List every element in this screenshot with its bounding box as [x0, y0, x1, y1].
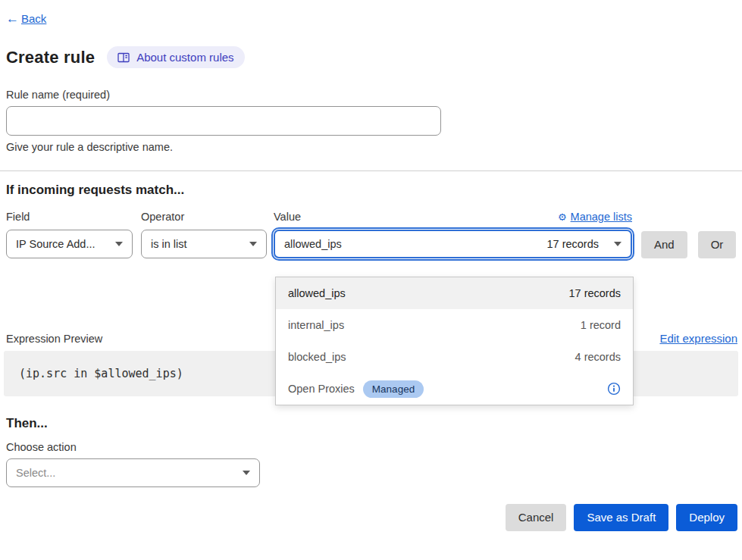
then-section-heading: Then... [6, 416, 737, 431]
field-select-value: IP Source Add... [16, 238, 95, 250]
expression-code: (ip.src in $allowed_ips) [19, 367, 183, 380]
list-item-name: internal_ips [288, 319, 344, 331]
value-column: Value ⚙ Manage lists allowed_ips 17 reco… [274, 211, 632, 258]
info-icon[interactable] [607, 382, 621, 396]
operator-select[interactable]: is in list [141, 230, 267, 258]
chevron-down-icon [614, 242, 621, 246]
back-arrow-icon: ← [6, 12, 19, 25]
back-link[interactable]: ←Back [6, 12, 46, 25]
match-section-heading: If incoming requests match... [6, 183, 737, 198]
list-item-records: 17 records [568, 287, 621, 299]
list-item-open-proxies[interactable]: Open Proxies Managed [276, 373, 633, 405]
section-divider [0, 171, 742, 171]
list-item-records: 4 records [575, 351, 621, 363]
value-label: Value [274, 211, 301, 223]
rule-name-input[interactable] [6, 106, 441, 136]
value-select-records: 17 records [546, 238, 599, 250]
operator-label: Operator [141, 211, 267, 223]
choose-action-label: Choose action [6, 441, 737, 453]
manage-lists-label: Manage lists [571, 211, 632, 223]
field-select[interactable]: IP Source Add... [6, 230, 133, 258]
book-icon [117, 52, 130, 63]
or-button[interactable]: Or [698, 231, 737, 258]
footer-actions: Cancel Save as Draft Deploy [6, 504, 737, 531]
managed-badge: Managed [363, 380, 424, 398]
about-custom-rules-label: About custom rules [136, 51, 233, 64]
save-as-draft-button[interactable]: Save as Draft [574, 504, 668, 531]
list-item-name: blocked_ips [288, 351, 346, 363]
lists-dropdown-panel: allowed_ips 17 records internal_ips 1 re… [275, 277, 634, 405]
condition-row: Field IP Source Add... Operator is in li… [6, 211, 737, 258]
create-rule-page: ←Back Create rule About custom rules Rul… [0, 0, 742, 531]
rule-name-label: Rule name (required) [6, 89, 737, 101]
chevron-down-icon [243, 471, 250, 475]
action-select[interactable]: Select... [6, 458, 260, 487]
field-column: Field IP Source Add... [6, 211, 133, 258]
field-label: Field [6, 211, 133, 223]
value-label-row: Value ⚙ Manage lists [274, 211, 632, 223]
list-item-name: Open Proxies [288, 383, 355, 395]
gear-icon: ⚙ [558, 211, 567, 223]
list-item-left: Open Proxies Managed [288, 380, 424, 398]
about-custom-rules-link[interactable]: About custom rules [107, 46, 244, 68]
page-title: Create rule [6, 48, 95, 67]
list-item-records: 1 record [581, 319, 621, 331]
list-item-allowed-ips[interactable]: allowed_ips 17 records [276, 277, 633, 309]
value-select[interactable]: allowed_ips 17 records [274, 230, 632, 258]
edit-expression-link[interactable]: Edit expression [659, 332, 737, 345]
deploy-button[interactable]: Deploy [676, 504, 737, 531]
value-select-right: 17 records [546, 238, 621, 250]
chevron-down-icon [249, 242, 257, 246]
action-select-placeholder: Select... [16, 467, 55, 479]
list-item-internal-ips[interactable]: internal_ips 1 record [276, 309, 633, 341]
operator-select-value: is in list [151, 238, 187, 250]
title-row: Create rule About custom rules [6, 46, 737, 68]
manage-lists-link[interactable]: ⚙ Manage lists [558, 211, 632, 223]
cancel-button[interactable]: Cancel [506, 504, 567, 531]
expression-preview-label: Expression Preview [6, 333, 102, 345]
list-item-blocked-ips[interactable]: blocked_ips 4 records [276, 341, 633, 373]
and-button[interactable]: And [641, 231, 687, 258]
chevron-down-icon [115, 242, 123, 246]
list-item-name: allowed_ips [288, 287, 346, 299]
value-select-value: allowed_ips [284, 238, 342, 250]
back-link-label: Back [21, 12, 46, 25]
operator-column: Operator is in list [141, 211, 267, 258]
rule-name-helper: Give your rule a descriptive name. [6, 141, 737, 153]
